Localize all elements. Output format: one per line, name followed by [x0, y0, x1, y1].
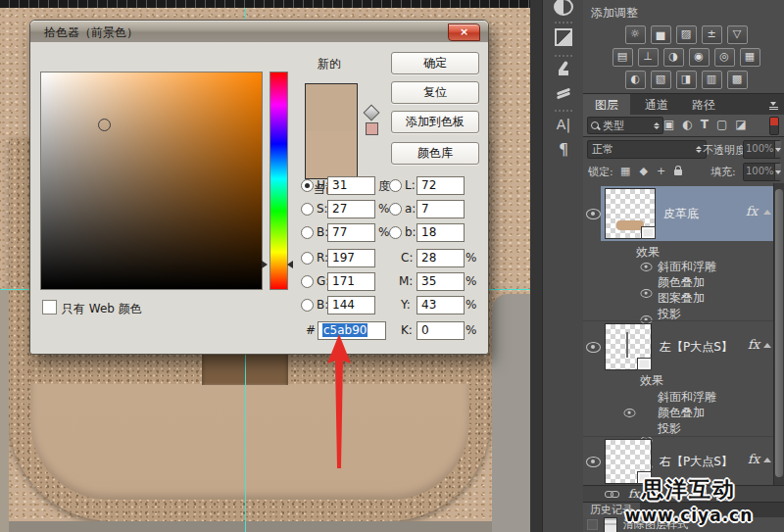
layer-visibility-eye-icon[interactable]	[586, 342, 601, 353]
r-radio[interactable]	[301, 252, 314, 265]
selective-color-icon[interactable]: ▩	[727, 71, 748, 89]
m-input[interactable]: 35	[416, 272, 465, 291]
effect-item[interactable]: 斜面和浮雕	[658, 259, 716, 275]
adjustment-layer-filter-icon[interactable]: ◐	[682, 118, 692, 131]
y-input[interactable]: 43	[416, 296, 465, 314]
effect-item[interactable]: 颜色叠加	[658, 405, 705, 421]
layer-name[interactable]: 左【P大点S】	[660, 339, 733, 356]
exposure-icon[interactable]: ±	[702, 25, 722, 44]
hue-slider[interactable]	[270, 72, 288, 290]
posterize-icon[interactable]: ▧	[651, 71, 671, 89]
effect-item[interactable]: 投影	[658, 420, 681, 437]
gradient-map-icon[interactable]: ▥	[702, 71, 722, 89]
photo-filter-icon[interactable]: ◉	[689, 48, 710, 67]
hue-slider-right-arrow-icon[interactable]	[287, 261, 293, 268]
shape-layer-filter-icon[interactable]: ▢	[716, 118, 727, 131]
brightness-contrast-icon[interactable]: ☼	[625, 25, 646, 44]
color-lookup-icon[interactable]: ▦	[740, 48, 760, 67]
layer-fx-label[interactable]: fx	[748, 452, 760, 466]
top-ruler[interactable]	[0, 0, 542, 8]
effect-eye-icon[interactable]	[624, 409, 636, 417]
black-white-icon[interactable]: ◑	[663, 48, 684, 67]
effect-eye-icon[interactable]	[641, 263, 653, 271]
fill-dropdown-icon[interactable]	[774, 164, 781, 180]
filter-kind-dropdown[interactable]: 类型	[587, 117, 663, 134]
clone-source-panel-icon[interactable]	[551, 0, 576, 16]
lock-all-icon[interactable]	[674, 169, 682, 175]
threshold-icon[interactable]: ◨	[676, 71, 697, 89]
ok-button[interactable]: 确定	[391, 52, 479, 74]
layer-name[interactable]: 右【P大点S】	[660, 454, 733, 470]
h-radio[interactable]	[301, 179, 314, 192]
dialog-titlebar[interactable]: 拾色器（前景色）	[30, 21, 488, 42]
close-icon[interactable]: ×	[448, 24, 480, 41]
gamut-warning-cube-icon[interactable]	[364, 105, 380, 121]
opacity-dropdown-icon[interactable]	[774, 141, 781, 158]
a-input[interactable]: 7	[416, 200, 465, 218]
effect-item[interactable]: 颜色叠加	[658, 274, 705, 291]
history-snapshot-checkbox[interactable]	[587, 519, 598, 530]
character-panel-icon[interactable]: A|	[551, 114, 576, 135]
effect-eye-icon[interactable]	[641, 289, 653, 298]
vibrance-icon[interactable]: ▽	[727, 25, 748, 44]
color-field[interactable]	[40, 72, 263, 290]
lock-move-icon[interactable]: +	[657, 165, 665, 177]
layers-scrollbar[interactable]	[773, 183, 784, 485]
effects-header[interactable]: 效果	[640, 372, 663, 389]
hue-slider-left-arrow-icon[interactable]	[262, 261, 268, 268]
tab-paths[interactable]: 路径	[681, 94, 726, 116]
channel-mixer-icon[interactable]: ◎	[714, 48, 735, 67]
k-input[interactable]: 0	[416, 321, 465, 340]
panel-menu-icon[interactable]	[769, 102, 778, 110]
layer-thumbnail[interactable]	[605, 188, 656, 239]
layer-row-pigedi[interactable]: 皮革底 fx	[583, 186, 773, 241]
r-input[interactable]: 197	[327, 249, 375, 267]
opacity-field[interactable]: 100%	[743, 140, 781, 159]
fx-collapse-icon[interactable]	[763, 458, 771, 462]
a-radio[interactable]	[389, 203, 402, 216]
web-only-checkbox[interactable]	[42, 300, 57, 314]
curves-icon[interactable]: ▨	[676, 25, 697, 44]
rgb-b-input[interactable]: 144	[327, 296, 375, 314]
type-layer-filter-icon[interactable]: T	[701, 118, 709, 131]
lab-b-radio[interactable]	[389, 226, 402, 239]
reset-button[interactable]: 复位	[391, 81, 479, 104]
lock-paint-icon[interactable]: ◆	[639, 165, 647, 177]
smart-object-filter-icon[interactable]: ◪	[735, 118, 746, 131]
effect-item[interactable]: 图案叠加	[658, 290, 705, 307]
color-field-marker[interactable]	[98, 119, 111, 131]
fx-collapse-icon[interactable]	[763, 210, 771, 215]
effect-item[interactable]: 斜面和浮雕	[658, 389, 716, 406]
s-radio[interactable]	[301, 203, 314, 216]
layer-fx-label[interactable]: fx	[746, 204, 758, 218]
b-input[interactable]: 77	[327, 223, 375, 242]
filter-toggle-icon[interactable]	[769, 117, 779, 135]
tab-layers[interactable]: 图层	[583, 94, 630, 116]
layer-thumbnail[interactable]	[605, 323, 652, 370]
layer-visibility-eye-icon[interactable]	[586, 457, 601, 467]
pixel-layer-filter-icon[interactable]: ▣	[663, 118, 674, 131]
s-input[interactable]: 27	[327, 200, 375, 218]
tab-channels[interactable]: 通道	[634, 94, 679, 116]
layer-row-left[interactable]: 左【P大点S】 fx	[583, 320, 773, 372]
lab-b-input[interactable]: 18	[416, 223, 465, 242]
invert-icon[interactable]: ◐	[625, 71, 646, 89]
rgb-b-radio[interactable]	[301, 299, 314, 312]
layer-visibility-eye-icon[interactable]	[586, 209, 601, 219]
g-input[interactable]: 171	[327, 272, 375, 291]
h-input[interactable]: 31	[327, 176, 375, 195]
c-input[interactable]: 28	[416, 249, 465, 267]
paragraph-panel-icon[interactable]: ¶	[551, 139, 576, 161]
hue-saturation-icon[interactable]: ▤	[612, 48, 633, 67]
l-radio[interactable]	[389, 179, 402, 192]
fx-collapse-icon[interactable]	[763, 343, 771, 348]
fill-field[interactable]: 100%	[743, 163, 781, 181]
l-input[interactable]: 72	[416, 176, 465, 195]
scrollbar-thumb[interactable]	[775, 189, 783, 477]
lock-transparency-icon[interactable]: ▦	[620, 165, 630, 177]
gamut-swatch[interactable]	[366, 122, 378, 135]
layer-fx-label[interactable]: fx	[748, 337, 760, 352]
add-to-swatches-button[interactable]: 添加到色板	[391, 111, 479, 133]
levels-icon[interactable]: ▅	[651, 25, 671, 44]
g-radio[interactable]	[301, 275, 314, 288]
